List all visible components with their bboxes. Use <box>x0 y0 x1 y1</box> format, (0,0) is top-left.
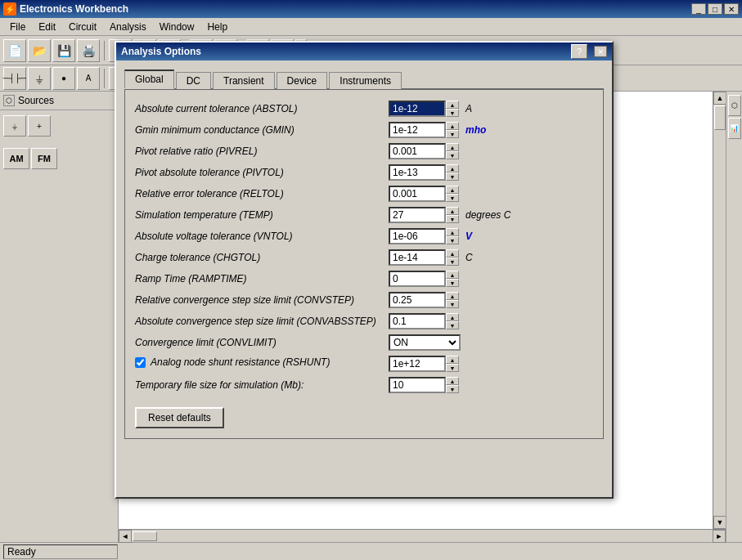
label-convlimit: Convergence limit (CONVLIMIT) <box>135 337 389 348</box>
spinbox-pivrel-up[interactable]: ▲ <box>446 143 459 151</box>
field-convlimit: Convergence limit (CONVLIMIT) ON OFF <box>135 334 593 352</box>
spinbox-chgtol-down[interactable]: ▼ <box>446 258 459 266</box>
spinbox-abstol-up[interactable]: ▲ <box>446 101 459 109</box>
field-pivrel: Pivot relative ratio (PIVREL) ▲ ▼ <box>135 142 593 160</box>
input-convstep: ▲ ▼ <box>389 292 515 308</box>
input-convstep-field[interactable] <box>389 292 446 308</box>
spinbox-pivrel: ▲ ▼ <box>389 143 459 159</box>
input-gmin-field[interactable] <box>389 122 446 138</box>
spinbox-convabsstep-down[interactable]: ▼ <box>446 321 459 329</box>
tab-dc[interactable]: DC <box>176 72 211 89</box>
input-chgtol-field[interactable] <box>389 249 446 266</box>
input-vntol-field[interactable] <box>389 228 446 244</box>
spinbox-temp-arrows: ▲ ▼ <box>446 207 459 223</box>
spinbox-reltol: ▲ ▼ <box>389 186 459 202</box>
spinbox-vntol-down[interactable]: ▼ <box>446 236 459 244</box>
spinbox-pivrel-down[interactable]: ▼ <box>446 151 459 159</box>
spinbox-reltol-up[interactable]: ▲ <box>446 186 459 194</box>
label-chgtol: Charge tolerance (CHGTOL) <box>135 252 389 263</box>
dialog-body: Global DC Transient Device Instruments A… <box>116 60 612 447</box>
input-tempfilesize-field[interactable] <box>389 377 446 393</box>
unit-abstol: A <box>465 103 515 114</box>
label-ramptime: Ramp Time (RAMPTIME) <box>135 273 389 284</box>
rshunt-checkbox[interactable] <box>135 357 146 368</box>
input-temp-field[interactable] <box>389 207 446 223</box>
input-convlimit: ON OFF <box>389 334 461 351</box>
label-convabsstep: Absolute convergence step size limit (CO… <box>135 316 389 327</box>
rshunt-checkbox-row: Analog node shunt resistance (RSHUNT) <box>135 356 382 368</box>
input-reltol-field[interactable] <box>389 186 446 202</box>
spinbox-temp-up[interactable]: ▲ <box>446 207 459 215</box>
spinbox-rshunt-up[interactable]: ▲ <box>446 356 459 364</box>
label-gmin: Gmin minimum conductance (GMIN) <box>135 124 389 136</box>
input-pivtol-field[interactable] <box>389 164 446 181</box>
spinbox-chgtol: ▲ ▼ <box>389 249 459 266</box>
dropdown-convlimit[interactable]: ON OFF <box>389 334 461 351</box>
spinbox-abstol-down[interactable]: ▼ <box>446 109 459 117</box>
spinbox-pivtol-up[interactable]: ▲ <box>446 164 459 172</box>
input-temp: ▲ ▼ degrees C <box>389 207 515 223</box>
spinbox-temp-down[interactable]: ▼ <box>446 215 459 223</box>
input-gmin: ▲ ▼ mho <box>389 122 515 138</box>
field-vntol: Absolute voltage tolerance (VNTOL) ▲ ▼ V <box>135 227 593 245</box>
input-abstol: ▲ ▼ A <box>389 101 515 117</box>
input-pivtol: ▲ ▼ <box>389 164 515 181</box>
label-vntol: Absolute voltage tolerance (VNTOL) <box>135 231 389 242</box>
spinbox-abstol: ▲ ▼ <box>389 101 459 117</box>
field-reltol: Relative error tolerance (RELTOL) ▲ ▼ <box>135 185 593 203</box>
spinbox-chgtol-arrows: ▲ ▼ <box>446 249 459 266</box>
input-ramptime: ▲ ▼ <box>389 271 515 287</box>
dialog-overlay: Analysis Options ? ✕ Global DC Transient… <box>0 0 742 560</box>
label-tempfilesize: Temporary file size for simulation (Mb): <box>135 379 389 391</box>
spinbox-rshunt-down[interactable]: ▼ <box>446 364 459 372</box>
dialog-title-right: ? ✕ <box>571 44 607 59</box>
field-tempfilesize: Temporary file size for simulation (Mb):… <box>135 376 593 394</box>
reset-defaults-button[interactable]: Reset defaults <box>135 407 224 428</box>
label-reltol: Relative error tolerance (RELTOL) <box>135 188 389 199</box>
input-convabsstep-field[interactable] <box>389 313 446 329</box>
input-reltol: ▲ ▼ <box>389 186 515 202</box>
spinbox-ramptime: ▲ ▼ <box>389 271 459 287</box>
field-pivtol: Pivot absolute tolerance (PIVTOL) ▲ ▼ <box>135 164 593 181</box>
spinbox-ramptime-up[interactable]: ▲ <box>446 271 459 279</box>
input-pivrel: ▲ ▼ <box>389 143 515 159</box>
input-tempfilesize: ▲ ▼ <box>389 377 515 393</box>
label-pivtol: Pivot absolute tolerance (PIVTOL) <box>135 167 389 178</box>
spinbox-rshunt: ▲ ▼ <box>389 356 459 372</box>
spinbox-tempfilesize-up[interactable]: ▲ <box>446 377 459 385</box>
tab-device[interactable]: Device <box>277 72 328 89</box>
input-abstol-field[interactable] <box>389 101 446 117</box>
spinbox-pivtol-down[interactable]: ▼ <box>446 172 459 181</box>
spinbox-vntol-up[interactable]: ▲ <box>446 228 459 236</box>
spinbox-reltol-down[interactable]: ▼ <box>446 194 459 202</box>
spinbox-gmin: ▲ ▼ <box>389 122 459 138</box>
spinbox-ramptime-down[interactable]: ▼ <box>446 279 459 287</box>
tab-content-global: Absolute current tolerance (ABSTOL) ▲ ▼ … <box>124 90 604 439</box>
tab-bar: Global DC Transient Device Instruments <box>124 69 604 90</box>
input-convabsstep: ▲ ▼ <box>389 313 515 329</box>
field-temp: Simulation temperature (TEMP) ▲ ▼ degree… <box>135 206 593 224</box>
input-pivrel-field[interactable] <box>389 143 446 159</box>
spinbox-convstep-up[interactable]: ▲ <box>446 292 459 300</box>
input-rshunt-field[interactable] <box>389 356 446 372</box>
spinbox-reltol-arrows: ▲ ▼ <box>446 186 459 202</box>
spinbox-gmin-down[interactable]: ▼ <box>446 130 459 138</box>
spinbox-convabsstep-up[interactable]: ▲ <box>446 313 459 321</box>
dialog-close-button[interactable]: ✕ <box>594 46 607 57</box>
spinbox-chgtol-up[interactable]: ▲ <box>446 249 459 258</box>
spinbox-tempfilesize: ▲ ▼ <box>389 377 459 393</box>
label-abstol: Absolute current tolerance (ABSTOL) <box>135 103 389 114</box>
dialog-help-button[interactable]: ? <box>571 44 587 59</box>
tab-instruments[interactable]: Instruments <box>329 72 402 89</box>
tab-global[interactable]: Global <box>124 69 174 89</box>
tab-transient[interactable]: Transient <box>213 72 275 89</box>
field-convstep: Relative convergence step size limit (CO… <box>135 291 593 309</box>
spinbox-convstep-down[interactable]: ▼ <box>446 300 459 308</box>
spinbox-tempfilesize-down[interactable]: ▼ <box>446 385 459 393</box>
spinbox-temp: ▲ ▼ <box>389 207 459 223</box>
spinbox-pivrel-arrows: ▲ ▼ <box>446 143 459 159</box>
spinbox-gmin-up[interactable]: ▲ <box>446 122 459 130</box>
field-convabsstep: Absolute convergence step size limit (CO… <box>135 312 593 330</box>
input-ramptime-field[interactable] <box>389 271 446 287</box>
input-vntol: ▲ ▼ V <box>389 228 515 244</box>
